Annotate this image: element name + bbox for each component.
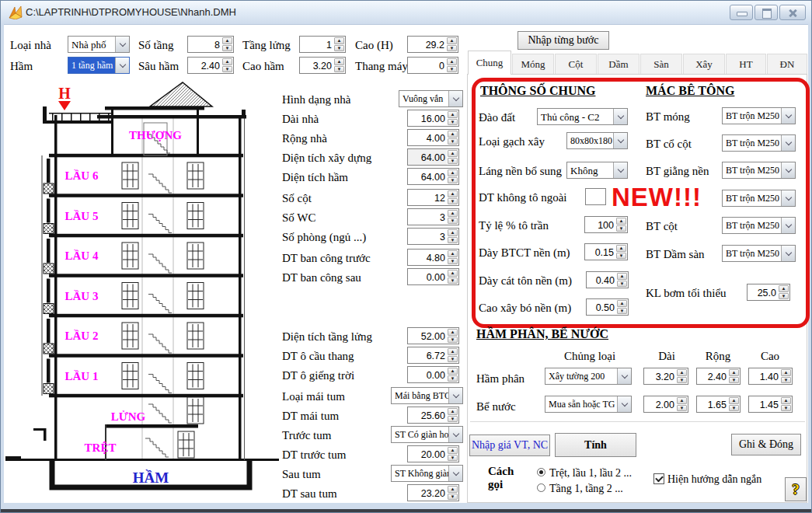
- dropdown-arrow-icon[interactable]: [448, 91, 462, 106]
- spinner-buttons[interactable]: ▲▼: [447, 407, 458, 423]
- spinner-buttons[interactable]: ▲▼: [447, 347, 458, 363]
- dropdown-arrow-icon[interactable]: [115, 37, 129, 52]
- be-nuoc-dai-spinner[interactable]: 2.00▲▼: [643, 396, 688, 413]
- so-cot-spinner[interactable]: 12▲▼: [407, 189, 459, 206]
- ghi-dong-button[interactable]: Ghi & Đóng: [731, 434, 801, 455]
- ham-select[interactable]: 1 tầng hầm: [68, 57, 130, 74]
- bt-cot-select[interactable]: BT trộn M250: [722, 217, 796, 234]
- spinner-buttons[interactable]: ▲▼: [447, 110, 458, 126]
- tab-xay[interactable]: Xây: [683, 54, 725, 75]
- radio-tang-icon[interactable]: [537, 483, 545, 492]
- spinner-buttons[interactable]: ▲▼: [447, 149, 458, 165]
- nhap-tung-buoc-button[interactable]: Nhập từng bước: [518, 31, 609, 50]
- tab-chung[interactable]: Chung: [468, 51, 511, 75]
- spinner-buttons[interactable]: ▲▼: [447, 367, 458, 382]
- dropdown-arrow-icon[interactable]: [781, 218, 795, 233]
- ham-phan-type-select[interactable]: Xây tường 200: [545, 368, 632, 385]
- spinner-buttons[interactable]: ▲▼: [676, 368, 688, 384]
- spinner-buttons[interactable]: ▲▼: [447, 328, 458, 344]
- be-nuoc-type-select[interactable]: Mua sẵn hoặc TG: [545, 396, 632, 413]
- dropdown-arrow-icon[interactable]: [617, 368, 631, 384]
- spinner-buttons[interactable]: ▲▼: [447, 446, 458, 462]
- spinner-buttons[interactable]: ▲▼: [221, 58, 233, 73]
- bt-co-cot-select[interactable]: BT trộn M250: [722, 134, 796, 152]
- spinner-buttons[interactable]: ▲▼: [333, 37, 345, 52]
- dao-dat-select[interactable]: Thủ công - C2: [537, 108, 628, 125]
- so-wc-spinner[interactable]: 3▲▼: [407, 208, 459, 225]
- so-phong-spinner[interactable]: 3▲▼: [407, 228, 459, 245]
- tab-dam[interactable]: Dầm: [598, 54, 639, 75]
- spinner-buttons[interactable]: ▲▼: [615, 244, 627, 260]
- ham-phan-dai-spinner[interactable]: 3.20▲▼: [643, 368, 688, 385]
- dien-tich-xay-dung-spinner[interactable]: 64.00▲▼: [407, 148, 459, 166]
- dt-o-gieng-troi-spinner[interactable]: 0.00▲▼: [407, 366, 459, 383]
- day-cat-ton-nen-spinner[interactable]: 0.40▲▼: [586, 271, 629, 288]
- spinner-buttons[interactable]: ▲▼: [447, 485, 458, 501]
- dai-nha-spinner[interactable]: 16.00▲▼: [407, 110, 459, 127]
- dt-ban-cong-truoc-spinner[interactable]: 4.80▲▼: [407, 249, 459, 266]
- dien-tich-tang-lung-spinner[interactable]: 52.00▲▼: [407, 327, 459, 344]
- lang-nen-bo-sung-select[interactable]: Không: [566, 162, 628, 179]
- thang-may-spinner[interactable]: 0▲▼: [407, 57, 458, 74]
- dt-sau-tum-spinner[interactable]: 23.20▲▼: [407, 484, 459, 501]
- spinner-buttons[interactable]: ▲▼: [446, 58, 458, 73]
- spinner-buttons[interactable]: ▲▼: [447, 190, 458, 205]
- so-tang-spinner[interactable]: 8▲▼: [187, 36, 234, 53]
- bt-mong-select[interactable]: BT trộn M250: [722, 107, 796, 124]
- tab-san[interactable]: Sàn: [640, 54, 682, 75]
- dt-mai-tum-spinner[interactable]: 25.60▲▼: [407, 407, 459, 424]
- spinner-buttons[interactable]: ▲▼: [447, 169, 458, 184]
- spinner-buttons[interactable]: ▲▼: [728, 396, 740, 412]
- day-btct-nen-spinner[interactable]: 0.15▲▼: [584, 243, 628, 260]
- spinner-buttons[interactable]: ▲▼: [616, 272, 628, 288]
- dt-truoc-tum-spinner[interactable]: 20.00▲▼: [407, 445, 459, 462]
- dien-tich-ham-spinner[interactable]: 64.00▲▼: [407, 168, 459, 185]
- hint-checkbox[interactable]: [653, 473, 664, 484]
- cao-xay-bo-nen-spinner[interactable]: 0.50▲▼: [586, 298, 629, 316]
- dropdown-arrow-icon[interactable]: [448, 388, 462, 403]
- help-button[interactable]: ?: [785, 477, 807, 501]
- dropdown-arrow-icon[interactable]: [781, 108, 795, 124]
- minimize-button[interactable]: [730, 5, 753, 20]
- dropdown-arrow-icon[interactable]: [781, 246, 795, 261]
- spinner-buttons[interactable]: ▲▼: [447, 250, 458, 265]
- sau-ham-spinner[interactable]: 2.40▲▼: [187, 57, 234, 74]
- dropdown-arrow-icon[interactable]: [115, 58, 129, 73]
- nhap-gia-vt-nc-button[interactable]: Nhập giá VT, NC: [469, 434, 550, 456]
- spinner-buttons[interactable]: ▲▼: [447, 229, 458, 244]
- rong-nha-spinner[interactable]: 4.00▲▼: [407, 129, 459, 146]
- loai-gach-xay-select[interactable]: 80x80x180: [566, 132, 628, 149]
- spinner-buttons[interactable]: ▲▼: [676, 396, 688, 412]
- dropdown-arrow-icon[interactable]: [781, 135, 795, 151]
- tab-mong[interactable]: Móng: [512, 54, 554, 75]
- dt-khong-to-ngoai-input[interactable]: [585, 188, 606, 205]
- spinner-buttons[interactable]: ▲▼: [615, 217, 627, 232]
- dropdown-arrow-icon[interactable]: [781, 162, 795, 178]
- be-nuoc-cao-spinner[interactable]: 1.45▲▼: [748, 396, 793, 413]
- hint-checkbox-label[interactable]: Hiện hướng dẫn ngắn: [667, 472, 761, 487]
- dt-o-cau-thang-spinner[interactable]: 6.72▲▼: [407, 347, 459, 364]
- tinh-button[interactable]: Tính: [555, 433, 636, 457]
- spinner-buttons[interactable]: ▲▼: [221, 37, 233, 52]
- spinner-buttons[interactable]: ▲▼: [616, 299, 628, 315]
- spinner-buttons[interactable]: ▲▼: [447, 130, 458, 145]
- loai-nha-select[interactable]: Nhà phố: [68, 36, 130, 53]
- bt-giang-nen-select[interactable]: BT trộn M250: [722, 162, 796, 179]
- loai-mai-tum-select[interactable]: Mái bằng BTC: [391, 387, 463, 404]
- dropdown-arrow-icon[interactable]: [617, 396, 631, 412]
- spinner-buttons[interactable]: ▲▼: [780, 368, 792, 384]
- truoc-tum-select[interactable]: ST Có giàn ho.: [391, 426, 463, 443]
- ham-phan-cao-spinner[interactable]: 1.40▲▼: [748, 368, 793, 385]
- spinner-buttons[interactable]: ▲▼: [333, 58, 345, 73]
- close-button[interactable]: [779, 5, 806, 20]
- dropdown-arrow-icon[interactable]: [613, 162, 627, 178]
- cao-ham-spinner[interactable]: 3.20▲▼: [299, 57, 346, 74]
- tang-lung-spinner[interactable]: 1▲▼: [299, 36, 346, 53]
- cao-h-spinner[interactable]: 29.2▲▼: [407, 36, 458, 53]
- radio-tang-label[interactable]: Tầng 1, tầng 2 ...: [549, 481, 623, 497]
- dt-ban-cong-sau-spinner[interactable]: 0.00▲▼: [407, 268, 459, 285]
- dropdown-arrow-icon[interactable]: [613, 133, 627, 148]
- spinner-buttons[interactable]: ▲▼: [778, 284, 789, 300]
- radio-tret-lau-label[interactable]: Trệt, lầu 1, lầu 2 ...: [549, 466, 632, 481]
- sau-tum-select[interactable]: ST Không giàn: [391, 465, 463, 482]
